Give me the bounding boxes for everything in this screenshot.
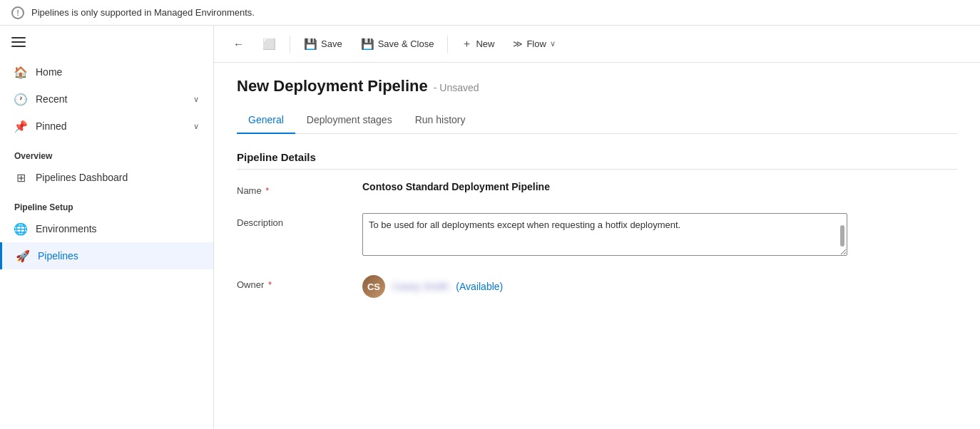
required-star-owner: * — [268, 279, 272, 290]
toolbar: ← ⬜ 💾 Save 💾 Save & Close ＋ New ≫ Flow — [214, 26, 980, 63]
owner-status: (Available) — [456, 281, 503, 292]
form-row-description: Description — [237, 213, 957, 258]
chevron-down-icon: ∨ — [193, 122, 199, 131]
form-row-name: Name * Contoso Standard Deployment Pipel… — [237, 181, 957, 196]
required-star-name: * — [265, 185, 269, 196]
new-label: New — [476, 38, 494, 49]
page-header: New Deployment Pipeline - Unsaved Genera… — [214, 63, 980, 134]
page-title-row: New Deployment Pipeline - Unsaved — [237, 77, 957, 95]
clock-icon: 🕐 — [14, 93, 27, 105]
sidebar-nav: 🏠 Home 🕐 Recent ∨ 📌 Pinned ∨ Overview ⊞ … — [0, 53, 213, 275]
popup-button[interactable]: ⬜ — [255, 33, 284, 56]
new-button[interactable]: ＋ New — [454, 32, 502, 56]
name-label: Name * — [237, 181, 351, 196]
toolbar-divider — [290, 36, 290, 53]
page-subtitle: - Unsaved — [434, 82, 479, 93]
scrollbar-handle — [840, 225, 844, 247]
description-label: Description — [237, 213, 351, 228]
save-label: Save — [321, 38, 342, 49]
info-icon: ! — [11, 6, 24, 19]
tab-deployment-stages[interactable]: Deployment stages — [295, 107, 404, 134]
main-content: ← ⬜ 💾 Save 💾 Save & Close ＋ New ≫ Flow — [214, 26, 980, 429]
sidebar-item-pipelines-dashboard[interactable]: ⊞ Pipelines Dashboard — [0, 164, 213, 191]
form-row-owner: Owner * CS Casey Smith (Available) — [237, 275, 957, 298]
sidebar-item-pipelines-dashboard-label: Pipelines Dashboard — [36, 172, 199, 183]
home-icon: 🏠 — [14, 66, 27, 78]
tab-general[interactable]: General — [237, 107, 295, 134]
popup-icon: ⬜ — [262, 38, 276, 51]
banner-text: Pipelines is only supported in Managed E… — [31, 7, 255, 18]
plus-icon: ＋ — [461, 37, 472, 51]
save-close-icon: 💾 — [361, 38, 374, 51]
sidebar-item-home[interactable]: 🏠 Home — [0, 58, 213, 86]
back-button[interactable]: ← — [225, 33, 252, 55]
save-icon: 💾 — [304, 38, 317, 51]
sidebar: 🏠 Home 🕐 Recent ∨ 📌 Pinned ∨ Overview ⊞ … — [0, 26, 214, 429]
sidebar-item-recent[interactable]: 🕐 Recent ∨ — [0, 86, 213, 113]
chevron-down-icon: ∨ — [193, 95, 199, 104]
rocket-icon: 🚀 — [16, 249, 29, 262]
save-close-button[interactable]: 💾 Save & Close — [353, 33, 442, 56]
sidebar-item-recent-label: Recent — [36, 93, 185, 105]
dashboard-icon: ⊞ — [14, 171, 27, 184]
description-textarea[interactable] — [362, 213, 847, 256]
menu-icon[interactable] — [11, 37, 26, 47]
sidebar-item-pipelines-label: Pipelines — [38, 250, 199, 262]
avatar: CS — [362, 275, 385, 298]
flow-label: Flow — [526, 38, 546, 49]
toolbar-divider-2 — [447, 36, 448, 53]
sidebar-item-home-label: Home — [36, 66, 199, 78]
tabs: General Deployment stages Run history — [237, 107, 957, 134]
save-close-label: Save & Close — [378, 38, 434, 49]
owner-name: Casey Smith — [392, 281, 449, 292]
flow-icon: ≫ — [513, 38, 523, 49]
pipeline-details-section-title: Pipeline Details — [237, 151, 957, 170]
description-textarea-wrapper — [362, 213, 847, 258]
save-button[interactable]: 💾 Save — [296, 33, 350, 56]
flow-chevron-icon: ∨ — [550, 39, 556, 48]
section-label-pipeline-setup: Pipeline Setup — [0, 191, 213, 215]
name-value: Contoso Standard Deployment Pipeline — [362, 181, 957, 192]
top-banner: ! Pipelines is only supported in Managed… — [0, 0, 980, 26]
tab-run-history[interactable]: Run history — [404, 107, 477, 134]
sidebar-item-environments-label: Environments — [36, 223, 199, 234]
sidebar-header — [0, 26, 213, 53]
sidebar-item-pipelines[interactable]: 🚀 Pipelines — [0, 242, 213, 269]
sidebar-item-pinned-label: Pinned — [36, 120, 185, 132]
sidebar-item-pinned[interactable]: 📌 Pinned ∨ — [0, 113, 213, 140]
flow-button[interactable]: ≫ Flow ∨ — [505, 33, 563, 54]
page-title: New Deployment Pipeline — [237, 77, 428, 95]
pin-icon: 📌 — [14, 120, 27, 133]
owner-row: CS Casey Smith (Available) — [362, 275, 503, 298]
section-label-overview: Overview — [0, 140, 213, 164]
owner-label: Owner * — [237, 275, 351, 290]
form-content: Pipeline Details Name * Contoso Standard… — [214, 134, 980, 429]
globe-icon: 🌐 — [14, 222, 27, 235]
sidebar-item-environments[interactable]: 🌐 Environments — [0, 215, 213, 242]
back-arrow-icon: ← — [233, 38, 244, 50]
